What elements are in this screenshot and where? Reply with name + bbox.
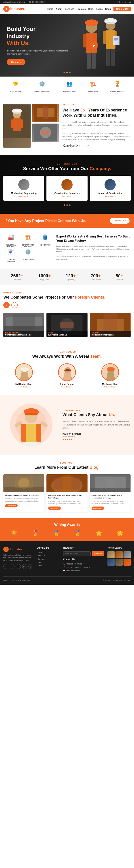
stat-team: 700+ Team Member — [91, 273, 101, 280]
footer-link-home[interactable]: Home — [37, 551, 60, 553]
hero-dot-2[interactable] — [66, 72, 68, 73]
top-bar-tw[interactable]: t — [119, 1, 120, 3]
nav-about[interactable]: About — [56, 8, 62, 10]
blog-card-3: Importance of the mechanics task in cons… — [90, 474, 131, 512]
footer-newsletter-title: Newsletter — [63, 547, 104, 549]
footer-social-in[interactable]: in — [16, 564, 21, 569]
blog-card-body-2: Marching towards a green future by the t… — [46, 492, 87, 512]
gallery-thumb-4[interactable] — [107, 559, 115, 566]
svg-rect-26 — [13, 112, 20, 114]
nav-shop[interactable]: Shop — [105, 8, 111, 10]
projects-nav: ‹ › — [3, 302, 131, 308]
newsletter-email-input[interactable] — [63, 551, 91, 556]
testimonial-author-name: Katelyn Skinner — [62, 432, 131, 435]
nav-services[interactable]: Services — [65, 8, 74, 10]
projects-prev-btn[interactable]: ‹ — [3, 302, 10, 308]
team-icon: 👥 — [65, 81, 73, 89]
service-link-2[interactable]: View Details › — [49, 196, 85, 198]
project-overlay-3: COMPANY Industrial Construction — [90, 331, 131, 337]
nav-home[interactable]: Home — [47, 8, 53, 10]
service-card-2[interactable]: Construction Industries View Details › — [46, 176, 87, 201]
stat-number-projects: 2682+ — [11, 273, 23, 278]
projects-label: OUR PROJECTS — [3, 292, 131, 294]
project-category-1: BUILDING COMPANY — [5, 332, 42, 334]
services-title: Service We Offer You from Our Company. — [3, 166, 131, 171]
top-bar-gp[interactable]: g+ — [125, 1, 127, 3]
footer-social-fb[interactable]: f — [3, 564, 8, 569]
nav-projects[interactable]: Projects — [77, 8, 86, 10]
top-bar-in[interactable]: in — [122, 1, 123, 3]
service-title-3: Industrial Construction — [92, 192, 128, 194]
footer-social-gp[interactable]: g+ — [22, 564, 27, 569]
about-text-1: It is a long established fact that a rea… — [62, 121, 131, 130]
blog-read-more-2[interactable]: Read More › — [48, 506, 61, 510]
services-dot-1[interactable] — [64, 204, 65, 206]
team-grid: Md Nadim Khan Senior Engineer Jaima Begu… — [3, 363, 131, 388]
projects-next-btn[interactable]: › — [11, 302, 18, 308]
footer-social-tw[interactable]: t — [10, 564, 14, 569]
service-card-1[interactable]: Mechanical Engineering View Details › — [3, 176, 44, 201]
footer-newsletter-col: Newsletter Subscribe Contact Us 📞 +880 1… — [63, 547, 104, 573]
award-icon-1: 🏆 — [11, 530, 17, 536]
testimonial-section: TESTIMONIALS What Clients Say About Us. … — [0, 395, 134, 455]
newsletter-subscribe-btn[interactable]: Subscribe — [92, 551, 104, 556]
team-card-1: Md Nadim Khan Senior Engineer — [3, 363, 44, 388]
service-link-3[interactable]: View Details › — [92, 196, 128, 198]
hero-cta-button[interactable]: Show More — [7, 59, 26, 65]
stat-number-awards: 80+ — [116, 273, 123, 278]
footer-logo-text: Induster. — [10, 548, 23, 551]
footer-social-yt[interactable]: yt — [28, 564, 33, 569]
gallery-thumb-1[interactable] — [107, 551, 115, 558]
cta-button[interactable]: Contact Us › — [110, 218, 130, 224]
contact-info-list: 📞 +880 121 345 678 78 📍 35th Street, Roa… — [63, 563, 104, 572]
project-overlay-1: BUILDING COMPANY Construction Management — [3, 331, 44, 337]
construction-factory-icon: 🏗️ — [24, 234, 32, 243]
footer-links-list: Home About Us Services Blog Shop — [37, 551, 60, 567]
project-card-2[interactable]: CHEMICAL Electronic Materials — [46, 313, 87, 337]
stat-label-industry: Big Industry — [66, 279, 76, 280]
nav-blog[interactable]: Blog — [88, 8, 93, 10]
service-card-3[interactable]: Industrial Construction View Details › — [90, 176, 131, 201]
why-icon-construction: 🏗️ CONSTRUCTION FACTORY — [20, 234, 36, 247]
footer-link-about[interactable]: About Us — [37, 555, 60, 557]
gallery-thumb-2[interactable] — [116, 551, 123, 558]
blog-read-more-1[interactable]: Read More › — [5, 504, 18, 507]
hero-dot-3[interactable] — [69, 72, 71, 73]
why-icon-chemical: ⚗️ CHEMICAL INDUSTRY — [3, 249, 18, 262]
blog-post-title-2: Marching towards a green future by the t… — [48, 494, 86, 499]
footer-link-shop[interactable]: Shop — [37, 565, 60, 567]
footer-link-blog[interactable]: Blog — [37, 561, 60, 563]
contact-phone: 📞 +880 121 345 678 78 — [63, 563, 104, 565]
gallery-thumb-5[interactable] — [116, 559, 123, 566]
project-title-2: Electronic Materials — [48, 334, 86, 336]
why-icon-easy: ⚙️ EASY INDUSTRY — [20, 249, 36, 262]
hero-dot-1[interactable] — [64, 72, 65, 73]
feature-team: 👥 Awesome Team — [62, 81, 76, 92]
hero-illustration — [72, 14, 130, 76]
play-button[interactable]: ▶ — [90, 41, 98, 49]
about-img-inner-1 — [3, 104, 31, 148]
svg-rect-48 — [21, 373, 28, 380]
blog-post-title-1: Proper things of the metals in head of..… — [5, 494, 42, 496]
footer-link-services[interactable]: Services — [37, 558, 60, 560]
blog-read-more-3[interactable]: Read More › — [92, 506, 104, 510]
team-avatar-1 — [15, 363, 33, 381]
top-bar-fb[interactable]: f — [117, 1, 118, 3]
top-bar-yt[interactable]: yt — [129, 1, 131, 3]
why-content: Expert Workers Are Giving Best Services … — [56, 234, 131, 262]
nav-pages[interactable]: Pages — [96, 8, 102, 10]
services-dot-3[interactable] — [69, 204, 71, 206]
gallery-thumb-3[interactable] — [124, 551, 131, 558]
project-card-3[interactable]: COMPANY Industrial Construction — [90, 313, 131, 337]
footer-logo: I Induster. — [3, 547, 33, 552]
team-card-2: Jaima Begum Junior Engineer — [46, 363, 87, 388]
gallery-thumb-6[interactable] — [124, 559, 131, 566]
about-image-2 — [32, 104, 59, 122]
project-category-3: COMPANY — [92, 332, 129, 334]
service-link-1[interactable]: View Details › — [6, 196, 42, 198]
footer-about-col: I Induster. Industter is a qualitatively… — [3, 547, 33, 573]
blog-image-3 — [90, 474, 131, 492]
project-card-1[interactable]: BUILDING COMPANY Construction Management — [3, 313, 44, 337]
services-dot-2[interactable] — [66, 204, 68, 206]
header-contact-btn[interactable]: Contact Us — [114, 7, 131, 11]
